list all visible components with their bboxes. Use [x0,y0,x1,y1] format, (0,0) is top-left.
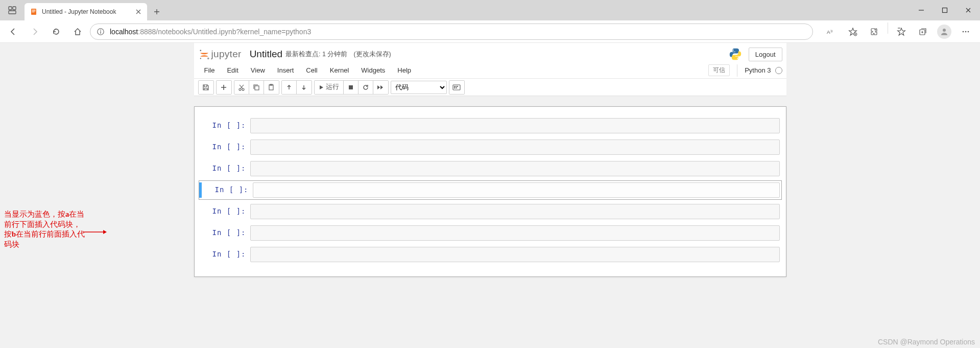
save-button[interactable] [199,81,213,94]
command-palette-button[interactable] [449,81,464,94]
cell-input[interactable] [253,182,780,198]
svg-rect-2 [9,11,16,14]
jupyter-logo-icon [198,48,210,60]
cell-input[interactable] [250,225,780,241]
code-cell[interactable]: In [ ]: [199,159,782,178]
kernel-indicator[interactable]: Python 3 [737,64,782,77]
menu-edit[interactable]: Edit [221,62,244,78]
svg-rect-33 [456,86,457,87]
cell-input[interactable] [250,140,780,155]
cell-type-select[interactable]: 代码 [391,81,447,94]
add-cell-button[interactable] [217,81,231,94]
tab-title: Untitled - Jupyter Notebook [42,8,131,15]
browser-titlebar: Untitled - Jupyter Notebook [0,0,980,20]
svg-point-16 [965,31,967,32]
window-minimize-button[interactable] [910,0,933,20]
move-up-button[interactable] [282,81,297,94]
notebook-body: In [ ]: In [ ]: In [ ]: In [ ]: In [ ]: … [194,106,786,277]
window-maximize-button[interactable] [933,0,957,20]
cell-input[interactable] [250,118,780,133]
address-bar[interactable]: localhost:8888/notebooks/Untitled.ipynb?… [90,24,813,40]
jupyter-toolbar: 运行 代码 [194,79,786,96]
svg-point-17 [968,31,969,32]
code-cell-selected[interactable]: In [ ]: [199,180,782,200]
cell-prompt: In [ ]: [199,161,250,176]
svg-rect-0 [9,7,12,10]
cell-prompt: In [ ]: [199,247,250,262]
cell-input[interactable] [250,204,780,219]
menu-cell[interactable]: Cell [300,62,323,78]
cell-input[interactable] [250,161,780,176]
new-tab-button[interactable] [149,4,164,19]
autosave-status: (更改未保存) [353,50,391,59]
run-all-button[interactable] [373,81,388,94]
jupyter-header: jupyter Untitled 最新检查点: 1 分钟前 (更改未保存) Lo… [194,43,786,62]
extensions-icon[interactable] [864,22,885,41]
cell-prompt: In [ ]: [199,204,250,219]
site-info-icon[interactable] [97,28,105,36]
move-down-button[interactable] [297,81,312,94]
favorites-icon[interactable] [843,22,863,41]
svg-rect-7 [943,8,947,13]
code-cell[interactable]: In [ ]: [199,116,782,135]
profile-button[interactable] [934,22,954,41]
checkpoint-status: 最新检查点: 1 分钟前 [285,50,347,59]
paste-button[interactable] [264,81,279,94]
menu-kernel[interactable]: Kernel [324,62,355,78]
interrupt-button[interactable] [344,81,358,94]
page-content: jupyter Untitled 最新检查点: 1 分钟前 (更改未保存) Lo… [0,43,980,348]
svg-point-15 [963,31,964,32]
cell-input[interactable] [250,247,780,262]
read-aloud-icon[interactable]: A⁾⁾ [821,22,842,41]
cell-prompt: In [ ]: [199,225,250,241]
menu-view[interactable]: View [245,62,271,78]
forward-button[interactable] [26,22,44,41]
cell-prompt: In [ ]: [199,118,250,133]
window-close-button[interactable] [957,0,980,20]
more-icon[interactable] [955,22,976,41]
annotation-arrow-icon [83,228,107,236]
menu-file[interactable]: File [198,62,221,78]
kernel-status-icon [775,67,782,74]
svg-point-21 [732,50,733,51]
jupyter-logo[interactable]: jupyter [198,48,242,60]
code-cell[interactable]: In [ ]: [199,223,782,243]
code-cell[interactable]: In [ ]: [199,202,782,221]
browser-tab-active[interactable]: Untitled - Jupyter Notebook [25,3,147,20]
code-cell[interactable]: In [ ]: [199,137,782,157]
jupyter-menubar: File Edit View Insert Cell Kernel Widget… [194,62,786,79]
menu-help[interactable]: Help [391,62,417,78]
restart-button[interactable] [358,81,373,94]
menu-widgets[interactable]: Widgets [355,62,391,78]
tab-overview-button[interactable] [3,1,21,19]
browser-toolbar: localhost:8888/notebooks/Untitled.ipynb?… [0,20,980,43]
collections-icon[interactable] [913,22,933,41]
svg-point-22 [737,58,738,59]
back-button[interactable] [4,22,22,41]
svg-rect-5 [32,11,36,11]
trusted-indicator[interactable]: 可信 [708,64,730,76]
watermark: CSDN @Raymond Operations [878,338,975,346]
notebook-title[interactable]: Untitled [250,49,282,60]
svg-point-19 [207,58,209,60]
copy-button[interactable] [249,81,264,94]
run-button[interactable]: 运行 [315,81,344,94]
menu-insert[interactable]: Insert [271,62,300,78]
refresh-button[interactable] [47,22,65,41]
home-button[interactable] [68,22,87,41]
svg-rect-10 [100,31,101,34]
close-icon[interactable] [135,8,142,15]
logout-button[interactable]: Logout [749,48,782,61]
svg-point-9 [100,30,101,31]
svg-rect-32 [454,86,455,87]
favorites-bar-icon[interactable] [891,22,912,41]
svg-rect-1 [13,7,16,10]
cut-button[interactable] [234,81,249,94]
jupyter-favicon [30,8,38,16]
svg-rect-4 [32,10,36,10]
code-cell[interactable]: In [ ]: [199,245,782,264]
cell-prompt: In [ ]: [199,140,250,155]
svg-point-14 [943,29,946,32]
svg-rect-25 [255,86,259,90]
svg-point-20 [200,58,201,59]
